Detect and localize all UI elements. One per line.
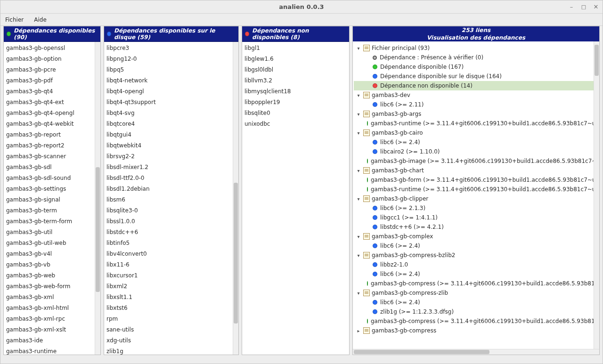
list-item[interactable]: gambas3-gb-sdl <box>4 162 100 173</box>
tree-row[interactable]: Dépendance disponible (167) <box>354 62 598 72</box>
tree-row[interactable]: ▾gambas3-gb-cairo <box>354 128 598 138</box>
list-item[interactable]: gambas3-gb-option <box>4 54 100 65</box>
list-item[interactable]: libsdl-mixer1.2 <box>104 162 238 173</box>
tree-row[interactable]: libc6 (>= 2.11) <box>354 100 598 109</box>
list-item[interactable]: libqt4-opengl <box>104 86 238 97</box>
list-item[interactable]: gambas3-gb-qt4-ext <box>4 97 100 108</box>
triangle-down-icon[interactable]: ▾ <box>356 46 361 51</box>
tree-row[interactable]: gambas3-gb-compress (>= 3.11.4+git6006.c… <box>354 279 598 288</box>
tree-row[interactable]: libc6 (>= 2.4) <box>354 241 598 251</box>
tree-row[interactable]: Dépendance non disponible (14) <box>354 81 598 90</box>
list-item[interactable]: libv4lconvert0 <box>104 249 238 259</box>
list-item[interactable]: gambas3-gb-vb <box>4 259 100 270</box>
triangle-down-icon[interactable]: ▾ <box>356 130 361 136</box>
list-item[interactable]: libpcre3 <box>104 43 238 54</box>
list-item[interactable]: gambas3-gb-report <box>4 129 100 140</box>
list-item[interactable]: gambas3-gb-xml <box>4 292 100 303</box>
available-list[interactable]: gambas3-gb-opensslgambas3-gb-optiongamba… <box>4 42 100 355</box>
list-item[interactable]: libxslt1.1 <box>104 292 238 303</box>
triangle-down-icon[interactable]: ▾ <box>356 112 361 117</box>
list-item[interactable]: gambas3-gb-pcre <box>4 65 100 75</box>
list-item[interactable]: libqtwebkit4 <box>104 140 238 151</box>
triangle-down-icon[interactable]: ▾ <box>356 168 361 173</box>
list-item[interactable]: libx11-6 <box>104 259 238 270</box>
tree-row[interactable]: libstdc++6 (>= 4.2.1) <box>354 222 598 232</box>
tree-row[interactable]: libc6 (>= 2.4) <box>354 298 598 307</box>
tree-row[interactable]: ▾gambas3-gb-clipper <box>354 194 598 203</box>
list-item[interactable]: gambas3-gb-report2 <box>4 140 100 151</box>
list-item[interactable]: gambas3-gb-term <box>4 205 100 216</box>
list-item[interactable]: libsqlite3-0 <box>104 205 238 216</box>
list-item[interactable]: libmysqlclient18 <box>242 86 349 97</box>
tree-row[interactable]: libc6 (>= 2.4) <box>354 138 598 147</box>
tree-horizontal-scrollbar[interactable] <box>353 349 599 355</box>
list-item[interactable]: zlib1g <box>104 346 238 355</box>
list-item[interactable]: libqt4-svg <box>104 108 238 119</box>
list-item[interactable]: libpoppler19 <box>242 97 349 108</box>
list-item[interactable]: gambas3-runtime <box>4 346 100 355</box>
tree-row[interactable]: Dépendance : Présence à vérifier (0) <box>354 53 598 62</box>
list-item[interactable]: libpng12-0 <box>104 54 238 65</box>
list-item[interactable]: gambas3-gb-qt4-webkit <box>4 119 100 129</box>
list-item[interactable]: gambas3-gb-v4l <box>4 249 100 259</box>
list-item[interactable]: gambas3-gb-qt4 <box>4 86 100 97</box>
tree-row[interactable]: gambas3-runtime (>= 3.11.4+git6006.c1991… <box>354 119 598 128</box>
tree-row[interactable]: gambas3-gb-compress (>= 3.11.4+git6006.c… <box>354 316 598 326</box>
tree-row[interactable]: ▾Fichier principal (93) <box>354 43 598 53</box>
list-item[interactable]: gambas3-gb-sdl-sound <box>4 173 100 184</box>
list-item[interactable]: gambas3-gb-xml-rpc <box>4 314 100 324</box>
menu-file[interactable]: Fichier <box>5 16 24 23</box>
list-item[interactable]: libsdl-ttf2.0-0 <box>104 173 238 184</box>
tree-row[interactable]: ▸gambas3-gb-compress <box>354 326 598 335</box>
list-item[interactable]: librsvg2-2 <box>104 151 238 162</box>
list-item[interactable]: libsm6 <box>104 194 238 205</box>
tree-row[interactable]: gambas3-gb-form (>= 3.11.4+git6006.c1991… <box>354 175 598 185</box>
triangle-down-icon[interactable]: ▾ <box>356 234 361 239</box>
tree-row[interactable]: ▾gambas3-gb-chart <box>354 166 598 175</box>
list-item[interactable]: rpm <box>104 314 238 324</box>
tree-row[interactable]: gambas3-runtime (>= 3.11.4+git6006.c1991… <box>354 185 598 194</box>
list-item[interactable]: libqt4-network <box>104 75 238 86</box>
list-item[interactable]: libsqlite0 <box>242 108 349 119</box>
maximize-button[interactable]: ◻ <box>580 3 587 10</box>
tree-row[interactable]: zlib1g (>= 1:1.2.3.3.dfsg) <box>354 307 598 316</box>
tree-row[interactable]: ▾gambas3-dev <box>354 90 598 100</box>
list-item[interactable]: libpq5 <box>104 65 238 75</box>
tree-row[interactable]: ▾gambas3-gb-compress-zlib <box>354 288 598 298</box>
list-item[interactable]: libsdl1.2debian <box>104 184 238 194</box>
list-item[interactable]: libstdc++6 <box>104 227 238 238</box>
list-item[interactable]: gambas3-gb-openssl <box>4 43 100 54</box>
list-item[interactable]: gambas3-ide <box>4 335 100 346</box>
list-item[interactable]: gambas3-gb-xml-html <box>4 303 100 314</box>
list-item[interactable]: gambas3-gb-scanner <box>4 151 100 162</box>
list-item[interactable]: gambas3-gb-settings <box>4 184 100 194</box>
tree-row[interactable]: libc6 (>= 2.1.3) <box>354 203 598 213</box>
close-button[interactable]: ✕ <box>592 3 600 10</box>
list-item[interactable]: sane-utils <box>104 324 238 335</box>
list-item[interactable]: gambas3-gb-signal <box>4 194 100 205</box>
list-item[interactable]: libxml2 <box>104 281 238 292</box>
disk-scrollbar[interactable] <box>233 42 238 355</box>
menu-help[interactable]: Aide <box>34 16 47 23</box>
list-item[interactable]: libxcursor1 <box>104 270 238 281</box>
list-item[interactable]: libgsl0ldbl <box>242 65 349 75</box>
list-item[interactable]: gambas3-gb-xml-xslt <box>4 324 100 335</box>
list-item[interactable]: gambas3-gb-util-web <box>4 238 100 249</box>
available-scrollbar[interactable] <box>95 42 100 355</box>
triangle-down-icon[interactable]: ▾ <box>356 196 361 202</box>
triangle-down-icon[interactable]: ▾ <box>356 253 361 258</box>
list-item[interactable]: libqt4-qt3support <box>104 97 238 108</box>
tree-row[interactable]: gambas3-gb-image (>= 3.11.4+git6006.c199… <box>354 156 598 166</box>
tree-row[interactable]: libbz2-1.0 <box>354 260 598 269</box>
minimize-button[interactable]: – <box>568 3 575 10</box>
tree-row[interactable]: libc6 (>= 2.4) <box>354 269 598 279</box>
triangle-down-icon[interactable]: ▾ <box>356 291 361 296</box>
list-item[interactable]: libglew1.6 <box>242 54 349 65</box>
tree-row[interactable]: libcairo2 (>= 1.10.0) <box>354 147 598 156</box>
tree-scrollbar[interactable] <box>594 41 599 355</box>
list-item[interactable]: libssl1.0.0 <box>104 216 238 227</box>
list-item[interactable]: gambas3-gb-util <box>4 227 100 238</box>
list-item[interactable]: libqtgui4 <box>104 129 238 140</box>
list-item[interactable]: libxtst6 <box>104 303 238 314</box>
list-item[interactable]: xdg-utils <box>104 335 238 346</box>
